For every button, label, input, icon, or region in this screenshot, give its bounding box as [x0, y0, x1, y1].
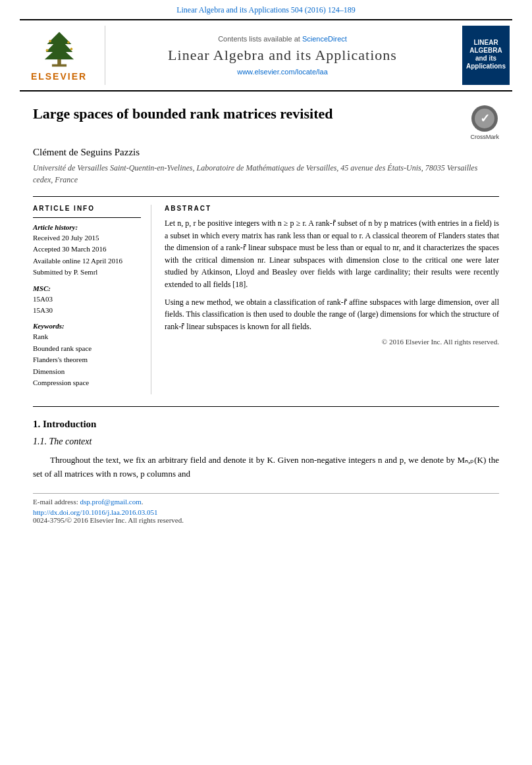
article-info: ARTICLE INFO Article history: Received 2… — [33, 205, 151, 394]
crossmark-label: CrossMark — [470, 134, 499, 140]
footnote-section: E-mail address: dsp.prof@gmail.com. http… — [33, 493, 499, 524]
journal-url: www.elsevier.com/locate/laa — [237, 68, 328, 76]
kw5: Compression space — [33, 378, 141, 388]
elsevier-logo: ELSEVIER — [20, 26, 105, 85]
email-link[interactable]: dsp.prof@gmail.com — [80, 498, 141, 506]
intro-paragraph: Throughout the text, we fix an arbitrary… — [33, 454, 499, 481]
keywords-label: Keywords: — [33, 322, 141, 330]
history-label: Article history: — [33, 223, 141, 231]
crossmark-icon: ✓ — [471, 105, 498, 132]
issn-line: 0024-3795/© 2016 Elsevier Inc. All right… — [33, 516, 499, 524]
abstract-section: ABSTRACT Let n, p, r be positive integer… — [165, 205, 499, 394]
divider — [33, 196, 499, 197]
msc2: 15A30 — [33, 305, 141, 315]
abstract-para1: Let n, p, r be positive integers with n … — [165, 217, 499, 291]
abstract-text: Let n, p, r be positive integers with n … — [165, 217, 499, 332]
subsection1-heading: 1.1. The context — [33, 436, 499, 447]
msc-label: MSC: — [33, 284, 141, 292]
msc1: 15A03 — [33, 294, 141, 304]
doi-line[interactable]: http://dx.doi.org/10.1016/j.laa.2016.03.… — [33, 508, 499, 516]
two-column-section: ARTICLE INFO Article history: Received 2… — [33, 205, 499, 394]
submitted-by: Submitted by P. Semrl — [33, 267, 141, 277]
author-affiliation: Université de Versailles Saint-Quentin-e… — [33, 162, 499, 186]
author-name: Clément de Seguins Pazzis — [33, 147, 499, 158]
paper-title: Large spaces of bounded rank matrices re… — [33, 105, 460, 124]
svg-point-8 — [70, 48, 72, 51]
cover-box: LINEARALGEBRAand itsApplications — [462, 26, 510, 85]
abstract-para2: Using a new method, we obtain a classifi… — [165, 296, 499, 333]
journal-title: Linear Algebra and its Applications — [168, 47, 397, 64]
received-date: Received 20 July 2015 — [33, 233, 141, 243]
main-content: Large spaces of bounded rank matrices re… — [0, 92, 532, 537]
kw1: Rank — [33, 332, 141, 342]
journal-header: ELSEVIER Contents lists available at Sci… — [20, 19, 512, 92]
journal-cover: LINEARALGEBRAand itsApplications — [460, 26, 512, 85]
kw2: Bounded rank space — [33, 344, 141, 354]
section1-heading: 1. Introduction — [33, 419, 499, 430]
history-group: Article history: Received 20 July 2015 A… — [33, 223, 141, 278]
svg-marker-4 — [44, 46, 73, 59]
elsevier-brand: ELSEVIER — [31, 71, 87, 82]
crossmark: ✓ CrossMark — [470, 105, 499, 140]
sciencedirect-line: Contents lists available at ScienceDirec… — [218, 35, 347, 43]
section-divider — [33, 406, 499, 407]
copyright: © 2016 Elsevier Inc. All rights reserved… — [165, 338, 499, 346]
article-info-title: ARTICLE INFO — [33, 205, 141, 212]
svg-point-5 — [49, 40, 51, 43]
title-section: Large spaces of bounded rank matrices re… — [33, 105, 499, 140]
elsevier-tree-icon — [33, 29, 86, 68]
available-date: Available online 12 April 2016 — [33, 256, 141, 266]
email-footnote: E-mail address: dsp.prof@gmail.com. — [33, 498, 499, 506]
msc-group: MSC: 15A03 15A30 — [33, 284, 141, 316]
accepted-date: Accepted 30 March 2016 — [33, 244, 141, 254]
cover-title: LINEARALGEBRAand itsApplications — [466, 39, 506, 70]
keywords-group: Keywords: Rank Bounded rank space Flande… — [33, 322, 141, 388]
svg-point-7 — [45, 49, 48, 51]
svg-point-6 — [67, 41, 70, 43]
svg-text:✓: ✓ — [480, 112, 490, 125]
top-journal-ref: Linear Algebra and its Applications 504 … — [0, 0, 532, 19]
abstract-title: ABSTRACT — [165, 205, 499, 212]
kw4: Dimension — [33, 367, 141, 377]
journal-center: Contents lists available at ScienceDirec… — [105, 26, 460, 85]
kw3: Flanders's theorem — [33, 355, 141, 365]
